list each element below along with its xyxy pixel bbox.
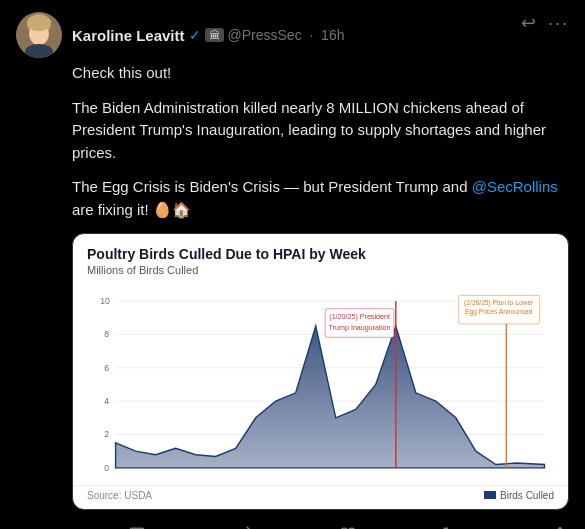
svg-text:Trump Inauguration: Trump Inauguration xyxy=(329,324,391,332)
tweet-header: Karoline Leavitt ✓ 🏛 @PressSec · 16h ↩ ·… xyxy=(16,12,569,58)
chart-legend: Birds Culled xyxy=(484,490,554,501)
legend-label: Birds Culled xyxy=(500,490,554,501)
views-icon xyxy=(442,526,460,529)
tweet-footer: 2.7K 9.2K 29K 776K xyxy=(128,522,569,529)
tweet-body: Check this out! The Biden Administration… xyxy=(72,62,569,529)
retweet-icon xyxy=(234,526,252,529)
gov-badge: 🏛 xyxy=(205,28,224,42)
tweet-line3-suffix: are fixing it! 🥚🏠 xyxy=(72,201,191,218)
legend-box xyxy=(484,491,496,499)
tweet-actions-top: ↩ ··· xyxy=(521,12,569,34)
follow-icon[interactable]: ↩ xyxy=(521,12,536,34)
views-action[interactable]: 776K xyxy=(442,526,496,529)
chart-title: Poultry Birds Culled Due to HPAI by Week xyxy=(87,246,554,262)
chart-source: Source: USDA xyxy=(87,490,152,501)
handle[interactable]: @PressSec xyxy=(228,27,302,43)
reply-action[interactable]: 2.7K xyxy=(128,526,179,529)
tweet-line2: The Biden Administration killed nearly 8… xyxy=(72,97,569,165)
svg-point-3 xyxy=(27,15,51,31)
user-info: Karoline Leavitt ✓ 🏛 @PressSec · 16h xyxy=(72,27,344,44)
time-ago: 16h xyxy=(321,27,344,43)
tweet-line1: Check this out! xyxy=(72,62,569,85)
tweet-line3: The Egg Crisis is Biden's Crisis — but P… xyxy=(72,176,569,221)
reply-icon xyxy=(128,526,146,529)
chart-svg-wrap: 0 2 4 6 8 10 xyxy=(87,282,554,477)
display-name[interactable]: Karoline Leavitt xyxy=(72,27,185,44)
tweet-text: Check this out! The Biden Administration… xyxy=(72,62,569,221)
verified-badge: ✓ xyxy=(189,27,201,43)
svg-text:0: 0 xyxy=(104,463,109,473)
chart-footer: Source: USDA Birds Culled xyxy=(73,485,568,509)
retweet-action[interactable]: 9.2K xyxy=(234,526,285,529)
more-icon[interactable]: ··· xyxy=(548,13,569,34)
tweet-card: Karoline Leavitt ✓ 🏛 @PressSec · 16h ↩ ·… xyxy=(0,0,585,529)
chart-container: Poultry Birds Culled Due to HPAI by Week… xyxy=(72,233,569,510)
svg-text:8: 8 xyxy=(104,329,109,339)
share-action[interactable] xyxy=(551,526,569,529)
svg-marker-17 xyxy=(116,326,545,468)
handle-time: @PressSec · 16h xyxy=(228,27,345,43)
like-icon xyxy=(339,526,357,529)
share-icon xyxy=(551,526,569,529)
tweet-header-left: Karoline Leavitt ✓ 🏛 @PressSec · 16h xyxy=(16,12,344,58)
svg-text:10: 10 xyxy=(100,296,110,306)
avatar[interactable] xyxy=(16,12,62,58)
user-name-row: Karoline Leavitt ✓ 🏛 @PressSec · 16h xyxy=(72,27,344,44)
svg-text:(1/20/25) President: (1/20/25) President xyxy=(329,313,390,321)
chart-subtitle: Millions of Birds Culled xyxy=(87,264,554,276)
svg-text:(2/26/25) Plan to Lower: (2/26/25) Plan to Lower xyxy=(464,299,534,307)
svg-text:Egg Prices Announced: Egg Prices Announced xyxy=(465,308,533,316)
tweet-line3-prefix: The Egg Crisis is Biden's Crisis — but P… xyxy=(72,178,472,195)
svg-text:6: 6 xyxy=(104,363,109,373)
svg-text:4: 4 xyxy=(104,396,109,406)
svg-text:2: 2 xyxy=(104,429,109,439)
like-action[interactable]: 29K xyxy=(339,526,386,529)
mention-link[interactable]: @SecRollins xyxy=(472,178,558,195)
chart-inner: Poultry Birds Culled Due to HPAI by Week… xyxy=(73,234,568,485)
